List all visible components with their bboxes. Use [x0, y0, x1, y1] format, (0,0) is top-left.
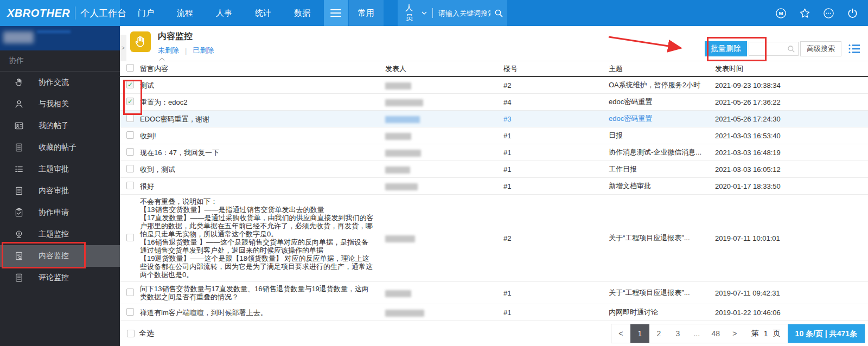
select-all-checkbox[interactable] [127, 330, 135, 337]
topbar: XBROTHER 个人工作台 门户流程人事统计数据 常用 人员 M [0, 0, 868, 26]
row-checkbox[interactable] [126, 148, 134, 156]
row-checkbox[interactable] [126, 114, 134, 122]
row-checkbox[interactable] [126, 308, 134, 316]
page-button-2[interactable]: 2 [649, 324, 668, 343]
sidebar-item-协作申请[interactable]: 协作申请 [0, 202, 120, 223]
sidebar-item-协作交流[interactable]: 协作交流 [0, 72, 120, 93]
person-icon [14, 99, 24, 109]
header-publisher: 发表人 [385, 64, 503, 74]
topnav-item[interactable]: 人事 [205, 0, 244, 26]
cell-message-content: 收到! [140, 129, 385, 143]
table-row[interactable]: 收到!#1日报2021-03-03 16:53:40 [120, 127, 868, 144]
row-checkbox[interactable] [126, 165, 134, 172]
m-badge-icon[interactable]: M [775, 8, 787, 19]
page-button-1[interactable]: 1 [630, 324, 649, 343]
row-checkbox[interactable] [126, 234, 134, 241]
search-divider [432, 8, 433, 18]
power-icon[interactable] [847, 8, 858, 19]
cell-publish-time: 2021-03-03 16:05:12 [715, 165, 868, 174]
sidebar-item-主题监控[interactable]: 主题监控 [0, 223, 120, 245]
table-row[interactable]: 不会有重叠，说明如下： 【13销售交货数量】——是指通过销售交货单发出去的数量 … [120, 195, 868, 282]
cell-publisher-redacted [385, 165, 503, 173]
table-row[interactable]: 测试#2OA系统维护，暂停服务2小时2021-09-23 10:38:34 [120, 77, 868, 94]
topnav-item[interactable]: 流程 [165, 0, 205, 26]
prev-page-button[interactable]: < [611, 324, 630, 343]
cell-publish-time: 2019-07-11 09:42:31 [715, 289, 868, 297]
table-row[interactable]: EDOC密码重置，谢谢#3edoc密码重置2021-05-26 17:24:30 [120, 111, 868, 127]
cell-publisher-redacted [385, 234, 503, 242]
sidebar-menu: 协作交流与我相关我的帖子收藏的帖子主题审批内容审批协作申请主题监控内容监控评论监… [0, 72, 120, 289]
hand-icon [133, 35, 148, 49]
top-navigation: 门户流程人事统计数据 [126, 0, 322, 26]
cell-topic: edoc密码重置 [609, 97, 715, 107]
row-checkbox[interactable] [126, 131, 134, 139]
chevron-up-icon[interactable] [159, 57, 165, 61]
page-button-48[interactable]: 48 [706, 324, 725, 343]
cell-topic: 协作消息测试-企业微信消息... [609, 148, 715, 157]
sidebar-item-内容监控[interactable]: 内容监控 [0, 245, 120, 267]
cell-message-content: 问下13销售交货数量与17直发数量、16销售退货数量与19退货数量，这两类数据之… [140, 282, 385, 304]
table-row[interactable]: 收到，测试#1工作日报2021-03-03 16:05:12 [120, 161, 868, 178]
cell-topic: 关于“工程项目应退报表”... [609, 233, 715, 243]
table-row[interactable]: 禅道有im客户端喧喧，到时候部署上去。#1内网即时通讨论2019-01-22 1… [120, 304, 868, 321]
cell-topic: OA系统维护，暂停服务2小时 [609, 80, 715, 90]
more-icon[interactable] [823, 8, 834, 19]
row-checkbox[interactable] [126, 81, 134, 88]
cell-message-content: 重置为：edoc2 [140, 95, 385, 109]
topbar-icons: M [775, 0, 868, 26]
sidebar-item-收藏的帖子[interactable]: 收藏的帖子 [0, 137, 120, 158]
main-content: > 内容监控 未删除 | 已删除 批量删除 [120, 26, 868, 346]
star-icon[interactable] [799, 8, 810, 19]
content-header: 内容监控 未删除 | 已删除 批量删除 高级搜索 [120, 26, 868, 61]
table-row[interactable]: 问下13销售交货数量与17直发数量、16销售退货数量与19退货数量，这两类数据之… [120, 282, 868, 304]
table-row[interactable]: 很好#1新增文档审批2020-01-17 18:33:50 [120, 178, 868, 195]
page-title: 内容监控 [158, 31, 193, 42]
cell-message-content: 禅道有im客户端喧喧，到时候部署上去。 [140, 306, 385, 319]
search-icon[interactable] [784, 45, 798, 53]
topnav-item[interactable]: 数据 [283, 0, 322, 26]
header-checkbox[interactable] [126, 64, 134, 72]
next-page-button[interactable]: > [725, 324, 744, 343]
cell-topic[interactable]: edoc密码重置 [609, 114, 715, 124]
tab-not-deleted[interactable]: 未删除 [158, 46, 179, 55]
page-size-summary[interactable]: 10 条/页 | 共471条 [788, 324, 865, 343]
cell-publisher-redacted [385, 81, 503, 89]
tab-separator: | [185, 47, 187, 55]
advanced-search-button[interactable]: 高级搜索 [800, 41, 841, 56]
row-checkbox[interactable] [126, 289, 134, 296]
user-block[interactable] [0, 26, 120, 50]
table-row[interactable]: 重置为：edoc2#4edoc密码重置2021-05-26 17:36:22 [120, 94, 868, 111]
sidebar-item-我的帖子[interactable]: 我的帖子 [0, 115, 120, 137]
global-search-input[interactable] [438, 9, 490, 17]
topnav-item[interactable]: 门户 [126, 0, 165, 26]
doc-icon [14, 143, 24, 152]
app-logo[interactable]: XBROTHER 个人工作台 [0, 0, 120, 26]
table-row[interactable]: 现在16：47，我回复一下#1协作消息测试-企业微信消息...2021-03-0… [120, 144, 868, 161]
chevron-down-icon[interactable] [422, 11, 427, 15]
topnav-item[interactable]: 统计 [244, 0, 283, 26]
jump-page-input[interactable]: 1 [764, 329, 768, 338]
cell-publisher-redacted [385, 98, 503, 106]
search-icon[interactable] [490, 9, 507, 18]
tab-deleted[interactable]: 已删除 [193, 46, 214, 55]
sidebar-item-内容审批[interactable]: 内容审批 [0, 180, 120, 202]
hamburger-icon [330, 9, 341, 17]
cell-publisher-redacted [385, 114, 503, 123]
select-all[interactable]: 全选 [127, 329, 154, 338]
sidebar-item-label: 内容监控 [39, 251, 69, 261]
sidebar-item-label: 评论监控 [39, 273, 69, 283]
apps-menu-button[interactable] [324, 0, 348, 26]
list-view-icon[interactable] [848, 44, 860, 54]
sidebar-item-主题审批[interactable]: 主题审批 [0, 158, 120, 180]
common-menu-button[interactable]: 常用 [349, 0, 384, 26]
batch-delete-button[interactable]: 批量删除 [705, 41, 747, 56]
row-checkbox[interactable] [126, 182, 134, 189]
page-button-3[interactable]: 3 [668, 324, 687, 343]
sidebar-item-与我相关[interactable]: 与我相关 [0, 93, 120, 115]
row-checkbox[interactable] [126, 98, 134, 105]
cell-floor[interactable]: #3 [503, 115, 609, 123]
sidebar-item-评论监控[interactable]: 评论监控 [0, 267, 120, 289]
table-search-input[interactable] [749, 42, 784, 55]
search-category-dropdown[interactable]: 人员 [405, 3, 418, 23]
webcam-icon [14, 229, 24, 239]
